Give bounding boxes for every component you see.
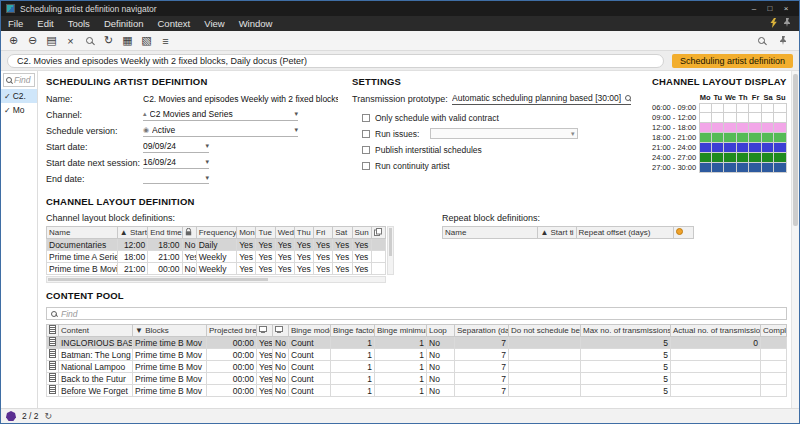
scrollbar-thumb[interactable] <box>389 228 392 256</box>
scrollbar-thumb[interactable] <box>793 74 798 226</box>
close-button[interactable]: × <box>778 4 794 13</box>
checkbox-icon[interactable] <box>362 146 370 154</box>
delete-icon[interactable]: × <box>62 33 79 49</box>
channel-select[interactable]: ▴ C2 Movies and Series ▾ <box>143 109 298 121</box>
cell: National Lampoo <box>59 361 133 373</box>
pool-header-10[interactable]: Do not schedule before <box>509 325 581 337</box>
blocks-header-0[interactable]: Name <box>47 227 118 239</box>
sidebar-item-c2[interactable]: ✓C2. <box>1 89 37 103</box>
transmission-prototype-field[interactable]: Automatic scheduling planning based [30:… <box>452 93 631 105</box>
minimize-button[interactable]: – <box>746 4 762 13</box>
cell: 1 <box>331 361 375 373</box>
open-icon[interactable]: ▤ <box>43 33 60 49</box>
name-field[interactable]: C2. Movies and episodes Weekly with 2 fi… <box>143 94 338 104</box>
record-count: 2 / 2 <box>22 411 39 421</box>
content-pool-row[interactable]: Back to the FuturPrime time B Mov00:00Ye… <box>47 373 787 385</box>
pin-icon[interactable] <box>774 33 791 49</box>
repeat-header-1[interactable]: ▲ Start ti <box>538 227 576 239</box>
sidebar-item-mo[interactable]: ✓Mo <box>1 103 37 117</box>
status-dot-icon[interactable] <box>673 227 693 239</box>
pool-header-1[interactable]: ▼ Blocks <box>133 325 207 337</box>
cell: Count <box>289 361 331 373</box>
scrollbar-thumb[interactable] <box>48 278 268 281</box>
menu-definition[interactable]: Definition <box>97 16 151 31</box>
cell: 00:00 <box>207 373 257 385</box>
blocks-header-5[interactable]: Mon <box>237 227 256 239</box>
search-icon[interactable] <box>81 33 98 49</box>
repeat-header-0[interactable]: Name <box>443 227 538 239</box>
blocks-header-7[interactable]: Wed <box>275 227 294 239</box>
cell: 1 <box>331 337 375 349</box>
blocks-header-9[interactable]: Fri <box>314 227 333 239</box>
blocks-horizontal-scrollbar[interactable] <box>46 276 386 283</box>
inspect-icon[interactable] <box>753 33 770 49</box>
pool-header-6[interactable]: Binge factor <box>331 325 375 337</box>
repeat-header-2[interactable]: Repeat offset (days) <box>576 227 673 239</box>
menu-tools[interactable]: Tools <box>61 16 97 31</box>
blocks-header-11[interactable]: Sun <box>352 227 371 239</box>
content-pool-row[interactable]: National LampooPrime time B Mov00:00YesN… <box>47 361 787 373</box>
blocks-header-6[interactable]: Tue <box>256 227 275 239</box>
cell: 1 <box>331 385 375 397</box>
row-type-column-icon[interactable] <box>47 325 59 337</box>
layout-block-row[interactable]: Prime time B Movies21:0000:00NoWeeklyYes… <box>47 263 386 275</box>
refresh-icon[interactable]: ↻ <box>45 411 53 421</box>
content-pool-row[interactable]: INGLORIOUS BASPrime time B Mov00:00YesNo… <box>47 337 787 349</box>
main-vertical-scrollbar[interactable] <box>791 71 799 408</box>
blocks-header-8[interactable]: Thu <box>294 227 313 239</box>
pool-header-4[interactable] <box>273 325 289 337</box>
start-date-next-field[interactable]: 16/09/24 ▾ <box>143 157 209 169</box>
content-pool-find-input[interactable]: Find <box>46 307 787 320</box>
cell: Before We Forget <box>59 385 133 397</box>
list-icon[interactable]: ≡ <box>157 33 174 49</box>
pool-header-7[interactable]: Binge minimum <box>375 325 427 337</box>
copy-rows-icon[interactable] <box>371 227 385 239</box>
pool-header-8[interactable]: Loop <box>427 325 455 337</box>
layout-grid-row: 21:00 - 24:00 <box>652 143 787 153</box>
layout-block-row[interactable]: Documentaries12:0018:00NoDailyYesYesYesY… <box>47 239 386 251</box>
run-issues-dropdown[interactable]: ▾ <box>430 128 578 139</box>
pool-header-3[interactable] <box>257 325 273 337</box>
copy-icon[interactable]: ▦ <box>119 33 136 49</box>
content-pool-row[interactable]: Batman: The LongPrime time B Mov00:00Yes… <box>47 349 787 361</box>
pool-header-11[interactable]: Max no. of transmissions <box>581 325 671 337</box>
content-pool-row[interactable]: Before We ForgetPrime time B Mov00:00Yes… <box>47 385 787 397</box>
pool-header-0[interactable]: Content <box>59 325 133 337</box>
cell: Count <box>289 373 331 385</box>
pool-header-5[interactable]: Binge mode <box>289 325 331 337</box>
menu-view[interactable]: View <box>197 16 231 31</box>
add-icon[interactable]: ⊕ <box>5 33 22 49</box>
blocks-header-1[interactable]: ▲ Start ti <box>117 227 147 239</box>
cell: No <box>182 263 196 275</box>
flash-icon[interactable] <box>770 18 777 30</box>
start-date-field[interactable]: 09/09/24 ▾ <box>143 141 209 153</box>
board-icon[interactable]: ▧ <box>138 33 155 49</box>
blocks-header-2[interactable]: End time <box>148 227 182 239</box>
cell: 18:00 <box>117 251 147 263</box>
sidebar-find-input[interactable]: Find <box>3 73 35 87</box>
refresh-icon[interactable]: ↻ <box>100 33 117 49</box>
pool-header-13[interactable]: Compl <box>761 325 787 337</box>
blocks-header-3[interactable] <box>182 227 196 239</box>
pool-header-12[interactable]: Actual no. of transmissions <box>671 325 761 337</box>
pool-header-9[interactable]: Separation (days) <box>455 325 509 337</box>
search-icon[interactable] <box>625 95 631 101</box>
checkbox-icon[interactable] <box>362 162 370 170</box>
checkbox-icon[interactable] <box>362 114 370 122</box>
menu-file[interactable]: File <box>1 16 30 31</box>
end-date-field[interactable]: ▾ <box>143 174 209 184</box>
pin-icon[interactable] <box>783 18 791 29</box>
pool-header-2[interactable]: Projected break <box>207 325 257 337</box>
breadcrumb-field[interactable]: C2. Movies and episodes Weekly with 2 fi… <box>7 54 664 68</box>
checkbox-icon[interactable] <box>362 130 370 138</box>
layout-block-row[interactable]: Prime time A Series18:0021:00YesWeeklyYe… <box>47 251 386 263</box>
menu-window[interactable]: Window <box>232 16 280 31</box>
blocks-header-4[interactable]: Frequency <box>196 227 236 239</box>
remove-icon[interactable]: ⊖ <box>24 33 41 49</box>
schedule-version-select[interactable]: ◉ Active ▾ <box>143 125 298 137</box>
menu-context[interactable]: Context <box>150 16 197 31</box>
blocks-vertical-scrollbar[interactable] <box>387 226 394 275</box>
menu-edit[interactable]: Edit <box>30 16 60 31</box>
blocks-header-10[interactable]: Sat <box>333 227 352 239</box>
maximize-button[interactable]: □ <box>762 4 778 13</box>
